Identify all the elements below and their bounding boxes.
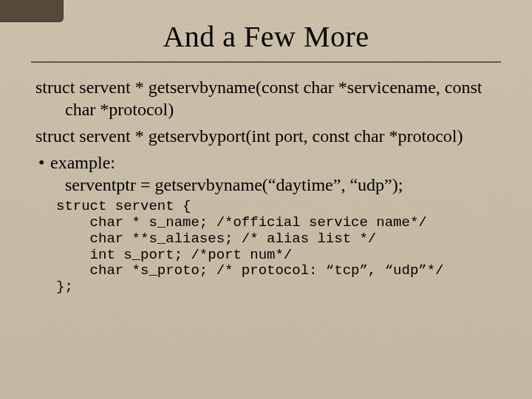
title-rule — [31, 61, 501, 63]
slide: And a Few More struct servent * getservb… — [0, 0, 532, 399]
declaration-getservbyport: struct servent * getservbyport(int port,… — [35, 125, 497, 147]
struct-servent-code: struct servent { char * s_name; /*offici… — [56, 199, 497, 296]
corner-decoration — [0, 0, 64, 22]
bullet-example: •example: — [35, 151, 497, 174]
declaration-getservbyname: struct servent * getservbyname(const cha… — [35, 76, 497, 120]
slide-content: struct servent * getservbyname(const cha… — [31, 76, 501, 296]
bullet-dot-icon: • — [38, 151, 50, 174]
example-call: serventptr = getservbyname(“daytime”, “u… — [35, 174, 497, 196]
slide-title: And a Few More — [31, 16, 501, 61]
bullet-label: example: — [50, 153, 115, 172]
